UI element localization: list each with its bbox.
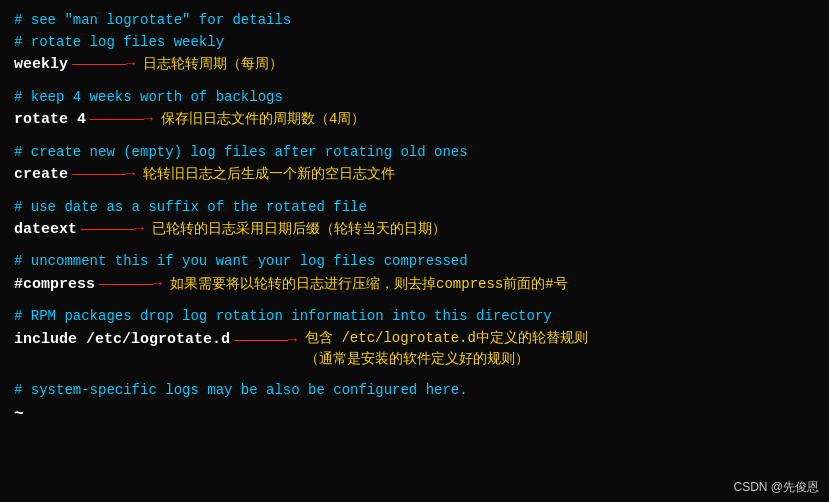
code-create: create: [14, 163, 68, 186]
line-comment5: # use date as a suffix of the rotated fi…: [14, 197, 815, 219]
arrow-dateext: ——————→: [81, 218, 144, 241]
line-comment3: # keep 4 weeks worth of backlogs: [14, 87, 815, 109]
line-comment2: # rotate log files weekly: [14, 32, 815, 54]
spacer-2: [14, 132, 815, 142]
code-weekly: weekly: [14, 53, 68, 76]
spacer-1: [14, 77, 815, 87]
comment-text-4: # create new (empty) log files after rot…: [14, 142, 468, 164]
line-dateext: dateext ——————→ 已轮转的日志采用日期后缀（轮转当天的日期）: [14, 218, 815, 241]
terminal-window: # see "man logrotate" for details # rota…: [0, 0, 829, 502]
line-compress: #compress ——————→ 如果需要将以轮转的日志进行压缩，则去掉com…: [14, 273, 815, 296]
annotation-rotate4: 保存旧日志文件的周期数（4周）: [161, 109, 365, 131]
spacer-6: [14, 370, 815, 380]
spacer-4: [14, 241, 815, 251]
annotation-include: 包含 /etc/logrotate.d中定义的轮替规则（通常是安装的软件定义好的…: [305, 328, 615, 370]
line-cursor: ~: [14, 402, 815, 427]
code-include: include /etc/logrotate.d: [14, 328, 230, 351]
code-rotate4: rotate 4: [14, 108, 86, 131]
comment-text-3: # keep 4 weeks worth of backlogs: [14, 87, 283, 109]
comment-text-6: # uncomment this if you want your log fi…: [14, 251, 468, 273]
line-create: create ——————→ 轮转旧日志之后生成一个新的空日志文件: [14, 163, 815, 186]
comment-text-8: # system-specific logs may be also be co…: [14, 380, 468, 402]
spacer-3: [14, 187, 815, 197]
line-comment4: # create new (empty) log files after rot…: [14, 142, 815, 164]
line-weekly: weekly ——————→ 日志轮转周期（每周）: [14, 53, 815, 76]
line-comment8: # system-specific logs may be also be co…: [14, 380, 815, 402]
annotation-dateext: 已轮转的日志采用日期后缀（轮转当天的日期）: [152, 219, 446, 241]
code-dateext: dateext: [14, 218, 77, 241]
arrow-create: ——————→: [72, 163, 135, 186]
line-comment6: # uncomment this if you want your log fi…: [14, 251, 815, 273]
line-comment1: # see "man logrotate" for details: [14, 10, 815, 32]
cursor-symbol: ~: [14, 402, 24, 427]
comment-text-7: # RPM packages drop log rotation informa…: [14, 306, 552, 328]
annotation-weekly: 日志轮转周期（每周）: [143, 54, 283, 76]
code-compress: #compress: [14, 273, 95, 296]
arrow-compress: ——————→: [99, 273, 162, 296]
line-include: include /etc/logrotate.d ——————→ 包含 /etc…: [14, 328, 815, 370]
comment-text-5: # use date as a suffix of the rotated fi…: [14, 197, 367, 219]
arrow-weekly: ——————→: [72, 53, 135, 76]
annotation-compress: 如果需要将以轮转的日志进行压缩，则去掉compress前面的#号: [170, 274, 568, 296]
line-comment7: # RPM packages drop log rotation informa…: [14, 306, 815, 328]
line-rotate4: rotate 4 ——————→ 保存旧日志文件的周期数（4周）: [14, 108, 815, 131]
annotation-create: 轮转旧日志之后生成一个新的空日志文件: [143, 164, 395, 186]
spacer-5: [14, 296, 815, 306]
watermark: CSDN @先俊恩: [733, 479, 819, 496]
arrow-include: ——————→: [234, 329, 297, 352]
arrow-rotate4: ——————→: [90, 108, 153, 131]
comment-text-2: # rotate log files weekly: [14, 32, 224, 54]
comment-text-1: # see "man logrotate" for details: [14, 10, 291, 32]
